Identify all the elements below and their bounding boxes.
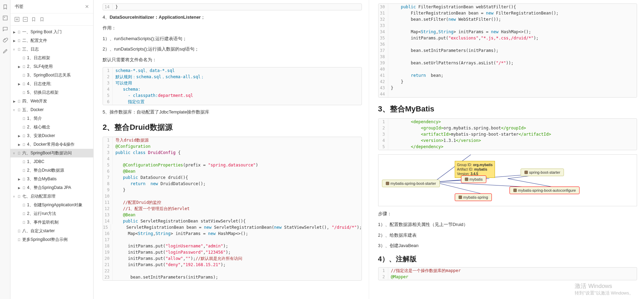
paragraph: 5、操作数据库：自动配置了JdbcTemplate操作数据库 xyxy=(103,109,362,116)
code-block: 1导入druid数据源2@Configuration3public class … xyxy=(103,137,362,281)
sidebar-item[interactable]: 3、事件监听机制 xyxy=(10,218,93,227)
sidebar-item[interactable]: ▿五、Docker xyxy=(10,106,93,114)
paragraph: 步骤： xyxy=(378,210,637,218)
code-block: 1 <dependency>2 <groupId>org.mybatis.spr… xyxy=(378,118,637,150)
sidebar-item[interactable]: ▶4、整合SpringData JPA xyxy=(10,183,93,192)
paragraph: 默认只需要将文件命名为： xyxy=(103,56,362,64)
sidebar-item[interactable]: ▿七、启动配置原理 xyxy=(10,192,93,201)
paragraph: 4、DataSourceInitializer：ApplicationListe… xyxy=(103,14,362,21)
diagram-node: mybatis-spring-boot-starter xyxy=(382,180,440,187)
paragraph: 作用： xyxy=(103,25,362,32)
sidebar-item[interactable]: 5、切换日志框架 xyxy=(10,88,93,97)
diagram-node: mybatis xyxy=(461,175,487,183)
svg-rect-0 xyxy=(3,16,7,20)
sidebar-item[interactable]: ▶一、Spring Boot 入门 xyxy=(10,28,93,36)
paragraph: 1）、runSchemaScripts();运行建表语句； xyxy=(103,35,362,43)
sidebar-item[interactable]: ▿六、SpringBoot与数据访问 xyxy=(10,149,93,157)
sidebar-item[interactable]: ▶4、Docker常用命令&操作 xyxy=(10,140,93,149)
code-block: 14} xyxy=(103,3,362,10)
collapse-all-icon[interactable] xyxy=(23,17,28,22)
sidebar-header: 书签 ✕ xyxy=(10,0,93,13)
close-icon[interactable]: ✕ xyxy=(85,4,89,9)
sidebar-item[interactable]: 1、创建SpringApplication对象 xyxy=(10,201,93,209)
heading-druid: 2、整合Druid数据源 xyxy=(103,122,362,133)
image-rail-icon[interactable] xyxy=(2,15,8,21)
left-icon-rail xyxy=(0,0,10,299)
code-block: 30 public FilterRegistrationBean webStat… xyxy=(378,3,637,98)
bookmark-tree: ▶一、Spring Boot 入门▶二、配置文件▿三、日志1、日志框架▶2、SL… xyxy=(10,26,93,299)
paragraph: 2）、runDataScripts();运行插入数据的sql语句； xyxy=(103,46,362,53)
sidebar-item[interactable]: 1、简介 xyxy=(10,114,93,123)
bookmark-outline-icon[interactable] xyxy=(40,17,44,22)
heading-annotation: 4）、注解版 xyxy=(378,254,637,264)
paragraph: 1）、配置数据源相关属性（见上一节Druid） xyxy=(378,221,637,228)
expand-all-icon[interactable] xyxy=(15,17,19,22)
diagram-node: mybatis-spring-boot-autoconfigure xyxy=(510,187,580,194)
heading-mybatis: 3、整合MyBatis xyxy=(378,104,637,114)
sidebar-item[interactable]: ▶2、SLF4j使用 xyxy=(10,62,93,71)
sidebar-title: 书签 xyxy=(15,3,85,10)
bookmark-toolbar-icon[interactable] xyxy=(31,17,36,22)
sidebar-item[interactable]: ▶二、配置文件 xyxy=(10,36,93,45)
attach-rail-icon[interactable] xyxy=(2,37,8,43)
bookmark-sidebar: 书签 ✕ ▶一、Spring Boot 入门▶二、配置文件▿三、日志1、日志框架… xyxy=(10,0,94,299)
dependency-diagram: Group ID: org.mybatis Artifact ID: mybat… xyxy=(378,154,637,206)
code-block: 1schema-*.sql、data-*.sql2默认规则：schema.sql… xyxy=(103,67,362,105)
right-column: 30 public FilterRegistrationBean webStat… xyxy=(369,0,644,299)
edit-rail-icon[interactable] xyxy=(2,48,8,54)
sidebar-item[interactable]: 八、自定义starter xyxy=(10,227,93,235)
bookmark-rail-icon[interactable] xyxy=(2,4,8,10)
sidebar-item[interactable]: 1、日志框架 xyxy=(10,54,93,62)
paragraph: 2）、给数据库建表 xyxy=(378,232,637,239)
sidebar-item[interactable]: ▶3、整合MyBatis xyxy=(10,175,93,183)
sidebar-item[interactable]: 1、JDBC xyxy=(10,157,93,166)
sidebar-item[interactable]: 2、核心概念 xyxy=(10,123,93,132)
sidebar-item[interactable]: 3、SpringBoot日志关系 xyxy=(10,71,93,80)
sidebar-toolbar xyxy=(10,13,93,26)
left-column: 14} 4、DataSourceInitializer：ApplicationL… xyxy=(94,0,369,299)
sidebar-item[interactable]: 2、运行run方法 xyxy=(10,209,93,218)
paragraph: 3）、创建JavaBean xyxy=(378,242,637,250)
chat-rail-icon[interactable] xyxy=(2,26,8,32)
svg-point-1 xyxy=(4,17,5,18)
code-block: 1//指定这是一个操作数据库的mapper2@Mapper xyxy=(378,267,637,280)
sidebar-item[interactable]: ▶四、Web开发 xyxy=(10,97,93,106)
sidebar-item[interactable]: ▿三、日志 xyxy=(10,45,93,54)
diagram-node: mybatis-spring xyxy=(455,193,492,201)
sidebar-item[interactable]: ▶3、安装Docker xyxy=(10,132,93,140)
sidebar-item[interactable]: 2、整合Druid数据源 xyxy=(10,166,93,175)
diagram-node: spring-boot-starter xyxy=(521,169,564,176)
sidebar-item[interactable]: 更多SpringBoot整合示例 xyxy=(10,235,93,244)
content-area: 14} 4、DataSourceInitializer：ApplicationL… xyxy=(94,0,644,299)
sidebar-item[interactable]: ▶4、日志使用; xyxy=(10,80,93,88)
windows-watermark: 激活 Windows 转到"设置"以激活 Windows。 xyxy=(575,282,634,296)
